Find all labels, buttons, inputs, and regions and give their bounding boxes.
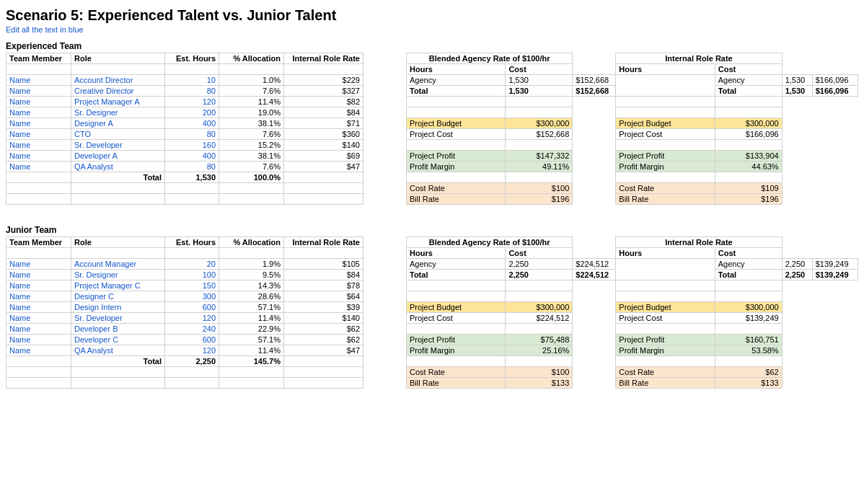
table-row: NameDeveloper A40038.1%$69Project Profit…	[6, 151, 858, 162]
member-alloc: 14.3%	[219, 280, 284, 291]
internal-cost-val: $166,096	[715, 129, 782, 140]
empty-cell	[6, 378, 71, 389]
blended-empty2	[506, 291, 573, 302]
member-alloc: 11.4%	[219, 97, 284, 107]
blended-cost-val: $196	[506, 194, 573, 205]
th-blank7-jr	[573, 248, 616, 259]
member-hours: 400	[165, 151, 219, 162]
internal-hours-val: 2,250	[782, 270, 812, 280]
member-hours: 240	[165, 324, 219, 335]
internal-cost-val: $62	[715, 367, 782, 378]
blended-label: Project Budget	[407, 118, 506, 129]
blended-empty1	[407, 324, 506, 335]
blended-cost-val: $147,332	[506, 151, 573, 162]
table-row: NameQA Analyst807.6%$47Profit Margin49.1…	[6, 162, 858, 172]
blended-empty2	[506, 280, 573, 291]
spacer-cell2	[616, 75, 715, 86]
blended-cost-val: $152,668	[573, 86, 616, 97]
total-rate-blank	[284, 172, 363, 183]
th-blank1-jr	[6, 248, 71, 259]
member-rate: $140	[284, 140, 363, 151]
empty-cell	[6, 183, 71, 194]
internal-cost-val: $166,096	[812, 75, 858, 86]
spacer-cell2	[573, 324, 616, 335]
member-role: Project Manager A	[71, 97, 165, 107]
member-rate: $105	[284, 259, 363, 270]
member-hours: 120	[165, 345, 219, 356]
member-hours: 150	[165, 280, 219, 291]
th-blank5-jr	[284, 248, 363, 259]
th-blank4	[219, 64, 284, 75]
internal-empty1	[616, 97, 715, 107]
col-est-hours: Est. Hours	[165, 53, 219, 64]
th-blank7	[573, 64, 616, 75]
spacer-cell	[363, 129, 407, 140]
internal-cost-val: $139,249	[715, 313, 782, 324]
internal-empty1	[616, 280, 715, 291]
member-role: QA Analyst	[71, 162, 165, 172]
member-hours: 80	[165, 162, 219, 172]
blended-cost-val: $100	[506, 367, 573, 378]
spacer-cell2	[573, 302, 616, 313]
member-role: Sr. Designer	[71, 270, 165, 280]
spacer-cell2	[573, 291, 616, 302]
blended-empty2	[506, 172, 573, 183]
empty-cell	[219, 194, 284, 205]
internal-empty1	[616, 107, 715, 118]
internal-empty2	[715, 97, 782, 107]
spacer-cell2	[573, 151, 616, 162]
col-alloc: % Allocation	[219, 53, 284, 64]
experienced-team-section: Experienced Team Team Member Role Est. H…	[6, 41, 858, 205]
member-hours: 120	[165, 97, 219, 107]
internal-empty2	[715, 291, 782, 302]
internal-label: Profit Margin	[616, 345, 715, 356]
junior-team-section: Junior Team Team Member Role Est. Hours …	[6, 225, 858, 389]
spacer-cell	[363, 335, 407, 345]
empty-cell	[219, 367, 284, 378]
member-rate: $140	[284, 313, 363, 324]
col-rate: Internal Role Rate	[284, 53, 363, 64]
member-role: Developer B	[71, 324, 165, 335]
th-blended-hours-jr: Hours	[407, 248, 506, 259]
internal-cost-val: 53.58%	[715, 345, 782, 356]
col-alloc-jr: % Allocation	[219, 237, 284, 248]
th-blank6-jr	[363, 248, 407, 259]
internal-cost-val: 44.63%	[715, 162, 782, 172]
internal-label: Bill Rate	[616, 194, 715, 205]
member-rate: $84	[284, 107, 363, 118]
blended-empty2	[506, 97, 573, 107]
table-row: Bill Rate$196Bill Rate$196	[6, 194, 858, 205]
member-hours: 120	[165, 313, 219, 324]
member-role: QA Analyst	[71, 345, 165, 356]
internal-empty1	[616, 291, 715, 302]
internal-hours-val: 1,530	[782, 75, 812, 86]
member-role: Sr. Developer	[71, 313, 165, 324]
member-hours: 600	[165, 302, 219, 313]
empty-cell	[284, 367, 363, 378]
spacer-cell	[363, 259, 407, 270]
member-rate: $39	[284, 302, 363, 313]
blended-cost-val: $133	[506, 378, 573, 389]
member-role: Account Director	[71, 75, 165, 86]
spacer-cell	[363, 291, 407, 302]
blended-label: Project Profit	[407, 151, 506, 162]
table-row: NameDesigner C30028.6%$64	[6, 291, 858, 302]
member-name: Name	[6, 291, 71, 302]
member-alloc: 22.9%	[219, 324, 284, 335]
blended-cost-val: $152,668	[573, 75, 616, 86]
total-label: Total	[71, 172, 165, 183]
blended-label: Bill Rate	[407, 378, 506, 389]
table-row: NameAccount Manager201.9%$105Agency2,250…	[6, 259, 858, 270]
table-row: NameQA Analyst12011.4%$47Profit Margin25…	[6, 345, 858, 356]
member-alloc: 7.6%	[219, 129, 284, 140]
member-role: CTO	[71, 129, 165, 140]
internal-cost-val: $139,249	[812, 259, 858, 270]
internal-label: Cost Rate	[616, 183, 715, 194]
internal-empty2	[715, 324, 782, 335]
empty-cell	[284, 183, 363, 194]
table-row: NameCTO807.6%$360Project Cost$152,668Pro…	[6, 129, 858, 140]
member-alloc: 1.0%	[219, 75, 284, 86]
spacer-cell	[363, 324, 407, 335]
member-hours: 300	[165, 291, 219, 302]
member-alloc: 7.6%	[219, 86, 284, 97]
